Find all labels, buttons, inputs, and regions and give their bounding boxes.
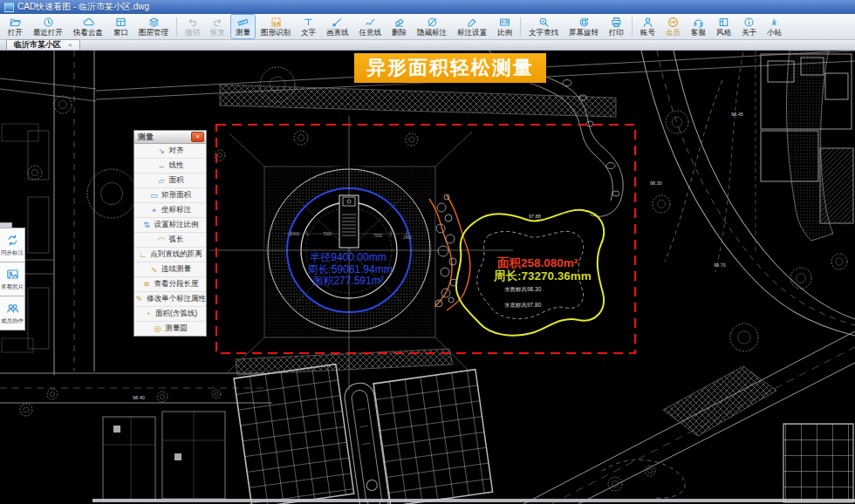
water-bottom-elevation-text: 水底标高97.80 — [504, 302, 542, 309]
toolbar-separator — [632, 17, 633, 36]
print-button[interactable]: 打印 — [604, 14, 629, 39]
sidebar-item-member-collaboration[interactable]: 成员协作 — [0, 296, 25, 330]
measure-panel-item[interactable]: ⌖坐标标注 — [134, 203, 206, 218]
measure-panel-item[interactable]: ✎修改单个标注属性 — [134, 292, 206, 307]
circle-radius-text: 半径9400.00mm — [310, 251, 386, 263]
scale-button[interactable]: A:B 比例 — [492, 14, 517, 39]
measure-button[interactable]: 测量 — [230, 14, 256, 39]
info-icon — [743, 17, 755, 28]
measure-item-label: 点到直线的距离 — [150, 249, 202, 260]
app-icon — [4, 3, 14, 12]
sidebar-item-sync-annotations[interactable]: 同步标注 — [0, 228, 25, 262]
elevation-label: 98.45 — [731, 112, 743, 117]
freehand-line-button[interactable]: 任意线 — [354, 14, 387, 39]
k-site-button[interactable]: k 小站 — [762, 14, 787, 39]
annotation-settings-button[interactable]: 标注设置 — [452, 14, 492, 39]
elevation-label: 97.88 — [529, 214, 541, 219]
style-button[interactable]: 风格 — [711, 14, 736, 39]
window-button[interactable]: 窗口 — [108, 14, 133, 39]
search-text-icon: A — [538, 17, 550, 28]
recent-open-button[interactable]: 最近打开 — [28, 14, 68, 39]
measure-panel-item[interactable]: ▭矩形面积 — [134, 188, 206, 203]
water-surface-elevation-text: 水面标高98.30 — [504, 286, 542, 293]
measure-item-label: 矩形面积 — [161, 190, 191, 201]
measure-panel-item[interactable]: ◠弧长 — [134, 233, 206, 248]
text-button[interactable]: 文字 — [296, 14, 321, 39]
toolbar-separator — [176, 17, 177, 36]
hide-slash-circle-icon — [427, 17, 438, 28]
dimension-label: 2400 — [403, 235, 413, 240]
measure-item-icon: ▱ — [157, 176, 167, 185]
vip-member-button[interactable]: VIP 会员 — [660, 14, 686, 39]
measure-panel-item[interactable]: ≋查看分段长度 — [134, 277, 206, 292]
dimension-label: 7000 — [323, 232, 332, 236]
main-toolbar: 打开 最近打开 快看云盘 窗口 图层管理 撤销 恢复 测量 — [0, 14, 855, 40]
shape-recognition-button[interactable]: 图形识别 — [256, 14, 296, 39]
headset-icon — [693, 17, 704, 28]
measure-panel-item[interactable]: ◎测量圆 — [134, 322, 206, 336]
measure-panel-item[interactable]: ∿连续测量 — [134, 262, 206, 277]
people-icon — [6, 302, 19, 315]
document-tab-bar: 临沂市某小区 × — [0, 40, 855, 51]
pond-area-text: 面积258.080m² — [496, 256, 578, 269]
circle-perimeter-text: 周长:59061.94mm — [307, 263, 392, 276]
svg-text:A:B: A:B — [501, 19, 509, 24]
draw-line-button[interactable]: 画直线 — [321, 14, 354, 39]
measure-item-label: 连续测量 — [161, 264, 191, 275]
tab-close-icon[interactable]: × — [68, 41, 72, 49]
redo-arrow-icon — [212, 17, 223, 28]
layers-icon — [148, 17, 160, 28]
open-button[interactable]: 打开 — [3, 14, 28, 39]
eraser-icon — [393, 17, 405, 28]
drawing-canvas-area: 半径9400.00mm 周长:59061.94mm 面积277.591m² 面积… — [0, 51, 855, 504]
measure-item-label: 面积(含弧线) — [155, 309, 197, 319]
measure-panel-item[interactable]: ↘对齐 — [134, 144, 206, 159]
document-tab[interactable]: 临沂市某小区 × — [6, 39, 80, 50]
photo-icon — [6, 268, 19, 281]
measure-item-label: 弧长 — [169, 235, 184, 245]
measure-panel-items: ↘对齐↔线性▱面积▭矩形面积⌖坐标标注⇅设置标注比例◠弧长∟点到直线的距离∿连续… — [134, 144, 206, 336]
cad-drawing-canvas[interactable]: 半径9400.00mm 周长:59061.94mm 面积277.591m² 面积… — [0, 51, 855, 504]
undo-button[interactable]: 撤销 — [180, 14, 205, 39]
elevation-label: 98.30 — [650, 180, 662, 186]
sync-icon — [6, 234, 19, 247]
hide-annotations-button[interactable]: 隐藏标注 — [412, 14, 452, 39]
measure-panel-item[interactable]: ▱面积 — [134, 174, 206, 188]
user-icon — [642, 17, 653, 28]
measure-panel-title: 测量 — [138, 132, 191, 143]
rotate-icon — [578, 17, 590, 28]
measure-item-icon: ✎ — [134, 295, 144, 303]
about-button[interactable]: 关于 — [736, 14, 762, 39]
rotate-screen-button[interactable]: 屏幕旋转 — [564, 14, 604, 39]
layer-manager-button[interactable]: 图层管理 — [133, 14, 174, 39]
measure-item-icon: ◔ — [143, 310, 153, 318]
measure-item-label: 坐标标注 — [161, 205, 191, 215]
measure-panel-close-button[interactable]: × — [191, 132, 204, 142]
account-button[interactable]: 账号 — [635, 14, 660, 39]
measure-panel-title-bar[interactable]: 测量 × — [134, 131, 206, 144]
redo-button[interactable]: 恢复 — [205, 14, 230, 39]
svg-text:k: k — [772, 18, 777, 27]
promo-banner-text: 异形面积轻松测量 — [366, 55, 534, 81]
scale-ratio-icon: A:B — [499, 17, 510, 28]
undo-arrow-icon — [187, 17, 198, 28]
delete-button[interactable]: 删除 — [386, 14, 412, 39]
measure-item-icon: ↘ — [157, 146, 167, 155]
measure-panel-item[interactable]: ⇅设置标注比例 — [134, 218, 206, 233]
measure-item-icon: ⌖ — [149, 206, 159, 215]
measure-panel-item[interactable]: ↔线性 — [134, 159, 206, 174]
toolbar-separator — [520, 17, 521, 36]
find-text-button[interactable]: A 文字查找 — [523, 14, 564, 39]
customer-service-button[interactable]: 客服 — [686, 14, 711, 39]
svg-text:VIP: VIP — [670, 20, 676, 24]
circle-measurement-label: 半径9400.00mm 周长:59061.94mm 面积277.591m² — [307, 251, 392, 287]
cloud-drive-button[interactable]: 快看云盘 — [68, 14, 108, 39]
measure-panel-item[interactable]: ◔面积(含弧线) — [134, 307, 206, 322]
measure-item-label: 设置标注比例 — [154, 220, 199, 230]
elevation-label: 99.70 — [714, 262, 726, 268]
measure-panel-item[interactable]: ∟点到直线的距离 — [134, 248, 206, 262]
sidebar-item-view-photos[interactable]: 查看照片 — [0, 262, 25, 296]
dimension-label: 7000 — [373, 234, 383, 238]
circle-area-text: 面积277.591m² — [312, 275, 383, 287]
window-title-bar[interactable]: CAD快速看图 - 临沂市某小区.dwg — [0, 0, 855, 14]
